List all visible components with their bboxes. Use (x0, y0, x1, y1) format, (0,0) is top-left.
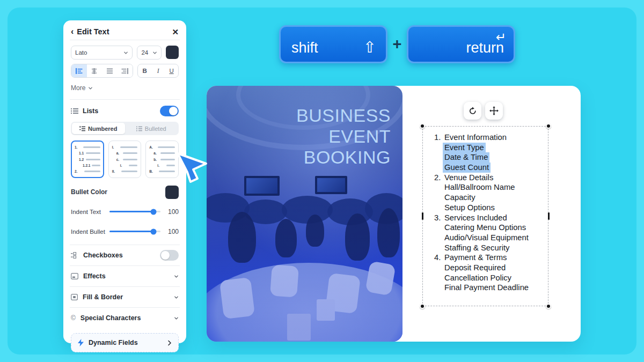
special-characters-section[interactable]: © Special Characters (71, 308, 179, 328)
list-text-highlighted: Guest Count (443, 162, 491, 173)
bold-button[interactable]: B (138, 64, 151, 77)
lists-toggle[interactable] (160, 106, 179, 116)
align-center-icon (91, 68, 98, 74)
poster-title: BUSINESS EVENT BOOKING (296, 105, 391, 168)
list-text: Deposit Required (444, 263, 506, 273)
list-line: Hall/Ballroom Name (434, 182, 546, 193)
tab-numbered[interactable]: Numbered (72, 123, 125, 134)
list-number: 2. (434, 173, 444, 183)
chevron-right-icon (167, 340, 172, 346)
rotate-button[interactable] (464, 102, 481, 120)
plus-sign: + (387, 35, 407, 53)
indent-text-slider[interactable] (109, 211, 160, 212)
selected-text-box[interactable]: 1.Event Information Event Type Date & Ti… (422, 126, 548, 306)
fill-border-label: Fill & Border (83, 293, 123, 301)
list-text: Event Information (444, 132, 507, 143)
text-line-bar (158, 146, 175, 148)
list-marker: i. (120, 164, 122, 167)
list-marker: c. (116, 158, 119, 161)
indent-text-label: Indent Text (71, 209, 109, 215)
bullet-color-swatch[interactable] (165, 186, 179, 199)
list-marker: II. (112, 169, 115, 173)
event-poster-image[interactable]: BUSINESS EVENT BOOKING (207, 86, 402, 342)
text-line-bar (159, 171, 175, 172)
list-text: Final Payment Deadline (444, 283, 529, 293)
list-line: Staffing & Security (434, 243, 546, 253)
align-justify-icon (106, 68, 113, 74)
list-marker: i. (157, 164, 159, 167)
tab-bulleted[interactable]: Bulleted (125, 123, 178, 134)
text-line-bar (86, 152, 100, 154)
slider-thumb[interactable] (150, 209, 156, 215)
design-canvas: BUSINESS EVENT BOOKING 1.Event (207, 86, 581, 342)
font-size-value: 24 (141, 49, 152, 56)
rotate-icon (469, 107, 477, 115)
special-characters-label: Special Characters (80, 314, 141, 322)
chevron-down-icon (174, 295, 179, 300)
resize-handle[interactable] (546, 304, 551, 309)
font-size-select[interactable]: 24 (137, 46, 161, 60)
slider-thumb[interactable] (150, 228, 156, 234)
list-text: Audio/Visual Equipment (444, 233, 529, 243)
font-row: Lato 24 (71, 46, 179, 60)
indent-text-value: 100 (166, 208, 179, 216)
resize-handle[interactable] (546, 123, 551, 129)
more-button[interactable]: More (71, 84, 179, 92)
list-line: Capacity (434, 193, 546, 203)
effects-label: Effects (83, 272, 106, 280)
list-line: Deposit Required (434, 263, 546, 273)
align-left-icon (76, 68, 83, 74)
chevron-down-icon (174, 274, 179, 279)
italic-button[interactable]: I (151, 64, 165, 77)
list-text: Services Included (444, 213, 507, 223)
text-line-bar (123, 159, 137, 160)
list-number: 1. (434, 132, 444, 143)
lightning-bolt-icon (78, 339, 84, 346)
list-icon (71, 108, 78, 114)
move-button[interactable] (485, 102, 503, 120)
list-marker: 1. (75, 145, 77, 149)
text-color-swatch[interactable] (166, 46, 179, 59)
resize-handle[interactable] (420, 304, 425, 309)
font-family-select[interactable]: Lato (71, 46, 133, 60)
close-icon[interactable]: ✕ (172, 28, 179, 36)
list-text: Payment & Terms (444, 253, 507, 263)
checkboxes-toggle[interactable] (160, 250, 179, 261)
align-center-button[interactable] (87, 64, 103, 77)
alignment-group (71, 64, 133, 78)
text-line-bar (86, 159, 100, 160)
poster-title-line: EVENT (296, 126, 391, 147)
resize-handle[interactable] (547, 212, 550, 220)
text-line-bar (120, 146, 137, 148)
list-number (434, 223, 444, 233)
list-text: Capacity (444, 193, 475, 203)
return-key: ↵ return (407, 25, 515, 63)
panel-title: Edit Text (77, 27, 109, 36)
list-style-card-decimal[interactable]: 1. 1.1 1.2 1.2.1 2. (71, 141, 104, 178)
list-line: Final Payment Deadline (434, 283, 546, 293)
list-marker: 1.2.1 (83, 164, 90, 167)
align-right-icon (121, 68, 128, 74)
list-style-card-alpha[interactable]: A. a. b. i. B. (145, 141, 179, 178)
align-right-button[interactable] (118, 64, 133, 77)
fill-border-section[interactable]: Fill & Border (71, 287, 179, 307)
align-justify-button[interactable] (102, 64, 118, 77)
dynamic-fields-button[interactable]: Dynamic Fields (71, 333, 179, 352)
back-icon[interactable]: ‹ (71, 27, 74, 36)
list-text: Catering Menu Options (444, 223, 526, 233)
list-marker: a. (153, 151, 156, 155)
indent-bullet-slider[interactable] (109, 231, 160, 232)
slider-fill (109, 231, 153, 232)
list-number (434, 263, 444, 273)
effects-section[interactable]: Effects (71, 266, 179, 286)
tab-bulleted-label: Bulleted (145, 125, 166, 132)
resize-handle[interactable] (420, 123, 425, 129)
align-left-button[interactable] (71, 64, 87, 77)
text-line-bar (166, 165, 175, 166)
resize-handle[interactable] (421, 212, 424, 220)
underline-button[interactable]: U (165, 64, 178, 77)
chevron-down-icon (152, 50, 157, 55)
list-style-card-roman[interactable]: I. a. c. i. II. (108, 141, 142, 178)
fill-border-icon (71, 294, 78, 300)
event-list-text: 1.Event Information Event Type Date & Ti… (434, 132, 546, 293)
